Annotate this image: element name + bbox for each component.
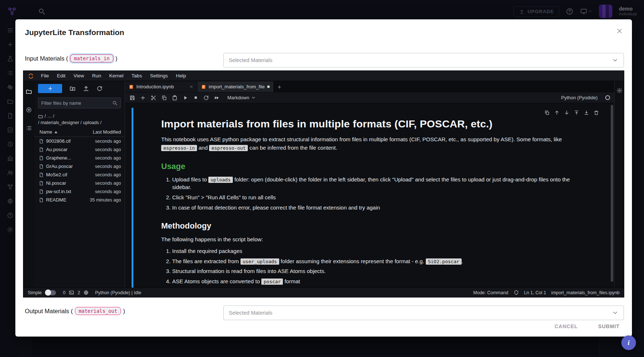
file-filter-input[interactable] <box>41 100 112 106</box>
add-tab-button[interactable] <box>274 81 285 92</box>
close-tab-icon[interactable] <box>189 85 193 89</box>
output-materials-suffix: ) <box>123 308 125 315</box>
submit-button[interactable]: SUBMIT <box>595 320 623 332</box>
kernel-name[interactable]: Python (Pyodide) <box>561 95 598 100</box>
run-cell-button[interactable] <box>182 95 188 101</box>
toggle-knob <box>45 289 51 296</box>
notebook-scrollbar[interactable] <box>611 105 613 282</box>
paste-cell-button[interactable] <box>172 95 178 101</box>
move-cell-down-icon[interactable] <box>564 110 569 115</box>
terminal-count[interactable]: 0 <box>63 290 65 295</box>
menu-view[interactable]: View <box>69 71 88 81</box>
methodology-item: Structural information is read from file… <box>172 267 590 275</box>
file-row[interactable]: GrAu.poscarseconds ago <box>34 162 125 170</box>
menu-run[interactable]: Run <box>88 71 105 81</box>
markdown-cell-body: Import materials from files in multiple … <box>133 108 605 288</box>
plus-icon <box>48 86 53 91</box>
new-launcher-button[interactable] <box>38 84 62 93</box>
cut-cell-button[interactable] <box>151 95 156 101</box>
file-icon <box>39 156 44 161</box>
move-cell-up-icon[interactable] <box>554 110 560 115</box>
input-select-placeholder: Selected Materials <box>229 57 612 63</box>
input-materials-suffix: ) <box>115 55 118 62</box>
file-icon <box>39 189 44 194</box>
menu-help[interactable]: Help <box>172 71 190 81</box>
menu-kernel[interactable]: Kernel <box>105 71 128 81</box>
menu-file[interactable]: File <box>37 71 53 81</box>
file-row[interactable]: Graphene...seconds ago <box>34 154 125 162</box>
running-sessions-icon[interactable] <box>26 107 32 113</box>
simple-mode-label: Simple <box>28 290 42 295</box>
usage-item: In case of format detection error, pleas… <box>172 204 590 212</box>
chevron-down-icon <box>612 57 618 64</box>
md-methodology-heading: Methodology <box>161 221 590 231</box>
refresh-file-list-button[interactable] <box>96 85 103 92</box>
active-file-name: import_materials_from_files.ipynb <box>551 290 620 295</box>
methodology-item: The files are extracted from user_upload… <box>172 257 590 265</box>
input-selected-materials-select[interactable]: Selected Materials <box>223 53 624 68</box>
copy-cell-button[interactable] <box>161 95 167 101</box>
screen: UPGRADE demo Individual <box>0 0 644 357</box>
status-bar: Simple 0 2 Python (Pyodide) | Idle Mode:… <box>23 288 624 297</box>
menu-tabs[interactable]: Tabs <box>128 71 146 81</box>
jupyter-body: / … / / materials_designer / uploads / N… <box>23 81 624 288</box>
restart-kernel-button[interactable] <box>203 95 209 101</box>
column-name[interactable]: Name <box>39 129 93 135</box>
file-row[interactable]: Au.poscarseconds ago <box>34 145 125 154</box>
close-icon <box>616 27 623 35</box>
sort-ascending-icon <box>54 131 57 133</box>
tab-introduction-ipynb[interactable]: Introduction.ipynb <box>125 81 197 92</box>
menu-edit[interactable]: Edit <box>53 71 69 81</box>
output-selected-materials-select[interactable]: Selected Materials <box>223 306 624 320</box>
upload-files-button[interactable] <box>83 85 89 92</box>
status-right: Mode: Command Ln 1, Col 1 import_materia… <box>473 290 620 295</box>
menu-settings[interactable]: Settings <box>146 71 172 81</box>
usage-item: Click "Run" > "Run All Cells" to run all… <box>172 193 590 201</box>
simple-mode-toggle[interactable] <box>45 290 56 295</box>
insert-cell-above-icon[interactable] <box>574 110 579 115</box>
file-icon <box>39 197 44 203</box>
cell-type-select[interactable]: Markdown <box>227 95 256 100</box>
new-folder-button[interactable] <box>69 85 76 92</box>
breadcrumb[interactable]: / … / / materials_designer / uploads / <box>34 111 125 127</box>
md-intro-paragraph: This notebook uses ASE python package to… <box>161 135 590 152</box>
duplicate-cell-icon[interactable] <box>544 110 550 115</box>
column-last-modified[interactable]: Last Modified <box>93 129 121 135</box>
kernel-count[interactable]: 2 <box>77 290 80 295</box>
jupyterlite-transformation-dialog: JupyterLite Transformation Input Materia… <box>15 19 632 337</box>
file-row[interactable]: Ni.poscarseconds ago <box>34 179 125 187</box>
output-materials-label: Output Materials ( materials_out ) <box>25 307 125 315</box>
delete-cell-icon[interactable] <box>594 110 599 115</box>
md-usage-heading: Usage <box>161 162 590 171</box>
file-row[interactable]: pw-scf.in.txtseconds ago <box>34 187 125 196</box>
table-of-contents-icon[interactable] <box>26 125 32 131</box>
insert-cell-below-icon[interactable] <box>584 110 589 115</box>
kernel-status-icon[interactable] <box>605 95 610 100</box>
kernel-status-text[interactable]: Python (Pyodide) | Idle <box>95 290 141 295</box>
file-row[interactable]: MoSe2.cifseconds ago <box>34 170 125 179</box>
file-icon <box>39 147 44 152</box>
property-inspector-icon[interactable] <box>617 88 622 93</box>
insert-cell-button[interactable] <box>140 95 146 101</box>
activity-bar <box>23 81 34 288</box>
restart-run-all-button[interactable] <box>214 95 220 101</box>
notebook-content: Import materials from files in multiple … <box>125 103 614 288</box>
dialog-title: JupyterLite Transformation <box>25 28 124 37</box>
stop-kernel-button[interactable] <box>193 95 198 100</box>
file-row[interactable]: README35 minutes ago <box>34 196 125 204</box>
files-tab-icon[interactable] <box>26 88 32 95</box>
cell-toolbar <box>544 110 599 115</box>
info-fab-button[interactable]: i <box>621 335 636 350</box>
tab-import-materials-from-file[interactable]: import_materials_from_file <box>197 81 274 92</box>
close-dialog-button[interactable] <box>616 27 623 35</box>
file-row[interactable]: 9002806.cifseconds ago <box>34 137 125 145</box>
cancel-button[interactable]: CANCEL <box>551 320 581 332</box>
cursor-position[interactable]: Ln 1, Col 1 <box>524 290 546 295</box>
markdown-cell[interactable]: Import materials from files in multiple … <box>132 108 605 288</box>
terminal-icon <box>69 290 74 295</box>
save-button[interactable] <box>129 95 135 101</box>
usage-list: Upload files to uploads folder: open (do… <box>161 176 590 212</box>
command-mode-indicator[interactable]: Mode: Command <box>473 290 508 295</box>
chevron-down-icon <box>612 310 618 316</box>
file-filter[interactable] <box>38 97 121 108</box>
